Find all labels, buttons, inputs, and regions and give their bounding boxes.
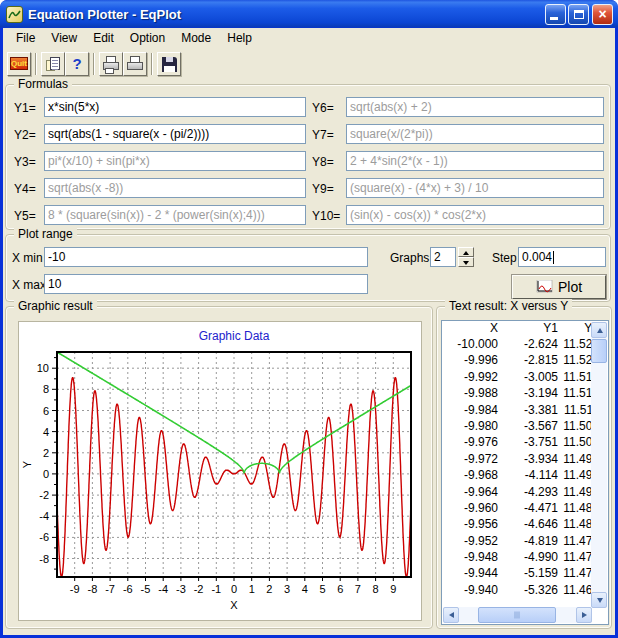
spinner-down-button[interactable]: [458, 257, 474, 267]
scroll-left-button[interactable]: [443, 607, 459, 623]
table-row: -9.956 -4.646 11.483: [442, 517, 608, 533]
spinner-up-button[interactable]: [458, 247, 474, 257]
formulas-group: Formulas Y1= Y2= Y3= Y4= Y5= Y6= Y7= Y8=…: [5, 84, 611, 230]
plot-button[interactable]: Plot: [512, 275, 606, 299]
svg-text:-9: -9: [70, 583, 80, 595]
y4-label: Y4=: [14, 182, 46, 196]
horizontal-scrollbar[interactable]: [443, 607, 592, 623]
scroll-left-icon: [449, 612, 454, 618]
table-row: -9.968 -4.114 11.495: [442, 468, 608, 484]
svg-text:-1: -1: [211, 583, 221, 595]
cell-x: -9.992: [442, 370, 498, 386]
svg-text:8: 8: [373, 583, 379, 595]
horizontal-scroll-thumb[interactable]: [478, 607, 556, 623]
svg-text:10: 10: [37, 362, 49, 374]
quit-button[interactable]: Quit: [7, 52, 31, 76]
print-button[interactable]: [123, 52, 147, 76]
cell-y1: -4.471: [498, 501, 558, 517]
y3-input[interactable]: [44, 151, 306, 171]
y1-input[interactable]: [44, 97, 306, 117]
help-button[interactable]: ?: [65, 52, 89, 76]
svg-text:0: 0: [43, 468, 49, 480]
menu-edit[interactable]: Edit: [85, 29, 122, 47]
y7-label: Y7=: [312, 128, 344, 142]
maximize-button[interactable]: [568, 4, 589, 25]
menu-file[interactable]: File: [8, 29, 43, 47]
scroll-right-icon: [582, 612, 587, 618]
y5-input[interactable]: [44, 205, 306, 225]
scroll-up-icon: [597, 328, 603, 333]
plot-icon: [536, 280, 553, 294]
table-row: -9.996 -2.815 11.523: [442, 353, 608, 369]
minimize-icon: [550, 17, 558, 20]
cell-x: -9.944: [442, 566, 498, 582]
cell-y1: -3.934: [498, 452, 558, 468]
y7-input[interactable]: [346, 124, 604, 144]
spinner-down-icon: [463, 261, 469, 265]
printer-page-icon: [105, 68, 114, 74]
svg-text:3: 3: [284, 583, 290, 595]
svg-text:1: 1: [249, 583, 255, 595]
cell-y1: -3.381: [498, 403, 558, 419]
y1-label: Y1=: [14, 101, 46, 115]
svg-text:2: 2: [266, 583, 272, 595]
cell-y1: -4.293: [498, 485, 558, 501]
y9-input[interactable]: [346, 178, 604, 198]
y6-input[interactable]: [346, 97, 604, 117]
table-row: -9.964 -4.293 11.491: [442, 485, 608, 501]
vertical-scroll-thumb[interactable]: [591, 339, 607, 363]
result-header: X Y1 Y2: [442, 321, 608, 337]
toolbar-separator: [35, 53, 37, 75]
svg-text:9: 9: [390, 583, 396, 595]
step-input[interactable]: 0.004: [518, 247, 606, 267]
scroll-right-button[interactable]: [576, 607, 592, 623]
y8-input[interactable]: [346, 151, 604, 171]
print-preview-button[interactable]: [99, 52, 123, 76]
cell-y1: -4.646: [498, 517, 558, 533]
svg-text:-6: -6: [39, 531, 49, 543]
copy-button[interactable]: [41, 52, 65, 76]
cell-x: -9.972: [442, 452, 498, 468]
svg-text:-2: -2: [39, 489, 49, 501]
cell-x: -9.948: [442, 550, 498, 566]
scroll-up-button[interactable]: [591, 322, 607, 338]
xmin-input[interactable]: [44, 247, 368, 267]
save-icon: [162, 57, 177, 72]
table-row: -10.000 -2.624 11.527: [442, 337, 608, 353]
svg-text:-6: -6: [123, 583, 133, 595]
menu-help[interactable]: Help: [219, 29, 260, 47]
cell-x: -9.956: [442, 517, 498, 533]
svg-text:8: 8: [43, 383, 49, 395]
cell-y1: -5.159: [498, 566, 558, 582]
cell-y1: -5.326: [498, 583, 558, 599]
menu-option[interactable]: Option: [122, 29, 173, 47]
y10-input[interactable]: [346, 205, 604, 225]
menu-mode[interactable]: Mode: [173, 29, 219, 47]
toolbar-separator: [93, 53, 95, 75]
titlebar[interactable]: Equation Plotter - EqPlot ×: [0, 0, 618, 28]
y6-label: Y6=: [312, 101, 344, 115]
plot-button-label: Plot: [558, 279, 582, 295]
y2-input[interactable]: [44, 124, 306, 144]
window-title: Equation Plotter - EqPlot: [28, 7, 618, 22]
cell-x: -9.960: [442, 501, 498, 517]
table-row: -9.976 -3.751 11.503: [442, 435, 608, 451]
spinner-up-icon: [463, 251, 469, 255]
scroll-down-button[interactable]: [591, 592, 607, 608]
save-button[interactable]: [157, 52, 181, 76]
xmax-input[interactable]: [44, 274, 368, 294]
y2-label: Y2=: [14, 128, 46, 142]
vertical-scrollbar[interactable]: [591, 322, 607, 608]
svg-text:-4: -4: [39, 510, 49, 522]
menu-view[interactable]: View: [43, 29, 85, 47]
xmax-label: X max: [12, 278, 46, 292]
table-row: -9.940 -5.326 11.467: [442, 583, 608, 599]
table-row: -9.984 -3.381 11.511: [442, 403, 608, 419]
cell-x: -9.996: [442, 353, 498, 369]
y4-input[interactable]: [44, 178, 306, 198]
svg-text:4: 4: [43, 426, 49, 438]
toolbar-separator: [151, 53, 153, 75]
graphs-input[interactable]: [430, 247, 456, 267]
close-button[interactable]: ×: [592, 4, 613, 25]
minimize-button[interactable]: [545, 4, 566, 25]
